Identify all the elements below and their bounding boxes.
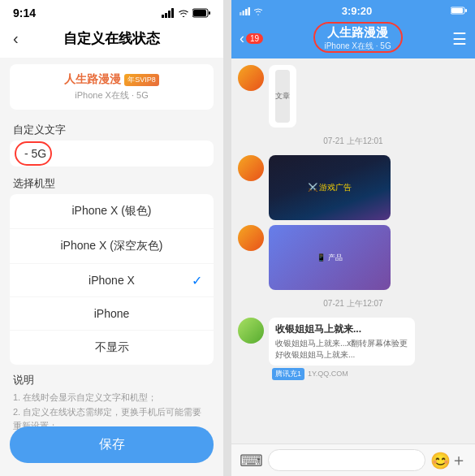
vip-badge: 年SVIP8: [124, 74, 159, 86]
phone-option-5-label: 不显示: [95, 340, 129, 355]
message-input[interactable]: [268, 449, 425, 471]
more-icon[interactable]: ＋: [451, 449, 467, 471]
chat-contact-name: 人生路漫漫: [270, 25, 446, 41]
phone-option-5[interactable]: 不显示: [10, 331, 214, 365]
svg-rect-7: [240, 12, 242, 15]
time-right: 3:9:20: [342, 5, 373, 17]
svg-rect-5: [193, 10, 206, 16]
page-title: 自定义在线状态: [63, 29, 160, 48]
chat-header: ‹ 19 人生路漫漫 iPhone X在线 · 5G ☰: [231, 20, 475, 58]
battery-right: [451, 6, 467, 16]
save-btn-container: 保存: [10, 426, 214, 463]
chat-contact-status: iPhone X在线 · 5G: [270, 41, 446, 52]
phone-list: iPhone X (银色) iPhone X (深空灰色) iPhone X ✓…: [10, 194, 214, 365]
svg-rect-2: [168, 11, 171, 18]
chat-messages[interactable]: 文章 07-21 上午12:01 ⚔️ 游戏广告: [231, 58, 475, 444]
signal-icon: [162, 8, 175, 18]
charge-sub: 1Y.QQ.COM: [308, 370, 348, 378]
phone-option-4-label: iPhone: [94, 307, 130, 320]
user-name: 人生路漫漫: [64, 72, 121, 87]
user-preview: 人生路漫漫 年SVIP8 iPhone X在线 · 5G: [10, 64, 214, 110]
message-row-2: ⚔️ 游戏广告: [238, 155, 469, 220]
user-name-badge: 人生路漫漫 年SVIP8: [64, 72, 159, 87]
svg-rect-6: [209, 11, 210, 15]
bubble-image-1: 文章: [275, 70, 290, 123]
svg-rect-3: [171, 8, 174, 18]
message-row-4: 收银姐姐马上就来... 收银姐姐马上就来...x翻转屏幕体验更好收银姐姐马上就来…: [238, 318, 469, 380]
phone-option-1[interactable]: iPhone X (银色): [10, 194, 214, 228]
svg-rect-1: [165, 13, 167, 18]
phone-option-1-label: iPhone X (银色): [71, 204, 151, 219]
svg-rect-8: [243, 11, 245, 15]
phone-option-4[interactable]: iPhone: [10, 297, 214, 330]
bubble-2-game: ⚔️ 游戏广告: [269, 155, 391, 220]
status-bar-left: 9:14: [0, 0, 223, 23]
check-icon: ✓: [192, 273, 202, 288]
status-bar-right: 3:9:20: [231, 0, 475, 20]
chat-name-area: 人生路漫漫 iPhone X在线 · 5G: [270, 25, 446, 52]
panel-divider: [223, 0, 231, 476]
phone-option-3[interactable]: iPhone X ✓: [10, 264, 214, 296]
time-left: 9:14: [13, 6, 36, 19]
timestamp-2: 07-21 上午12:07: [238, 298, 469, 309]
product-image: 📱 产品: [269, 225, 391, 290]
wifi-icon-right: [253, 7, 263, 15]
save-button[interactable]: 保存: [10, 426, 214, 463]
svg-rect-10: [248, 7, 251, 15]
svg-rect-12: [451, 8, 463, 13]
battery-icon: [192, 8, 210, 18]
user-status-sub: iPhone X在线 · 5G: [75, 89, 149, 102]
svg-rect-9: [245, 9, 248, 15]
bubble-3-product: 📱 产品: [269, 225, 391, 290]
avatar-1: [238, 65, 264, 91]
bottom-bar-right: ⌨ 😊 ＋: [231, 444, 475, 476]
signal-icons: [162, 8, 210, 18]
wifi-icon: [178, 8, 189, 18]
avatar-4: [238, 318, 264, 344]
message-row-1: 文章: [238, 65, 469, 128]
back-count-badge: 19: [246, 33, 263, 44]
timestamp-1: 07-21 上午12:01: [238, 136, 469, 147]
svg-rect-0: [162, 15, 164, 18]
left-panel: 9:14 ‹ 自定义在线状态 人生路漫: [0, 0, 223, 476]
signal-right: [240, 7, 263, 15]
back-arrow-right: ‹: [240, 30, 244, 47]
battery-icon-right: [451, 6, 467, 15]
menu-button-right[interactable]: ☰: [452, 29, 467, 49]
header-left: ‹ 自定义在线状态: [0, 23, 223, 58]
desc-title: 说明: [13, 373, 210, 387]
choose-model-label: 选择机型: [0, 173, 223, 194]
avatar-3: [238, 225, 264, 251]
bubble-1: 文章: [269, 65, 296, 128]
bubble-4-text: 收银姐姐马上就来... 收银姐姐马上就来...x翻转屏幕体验更好收银姐姐马上就来…: [269, 318, 415, 366]
charge-badge: 腾讯充1: [272, 368, 304, 380]
phone-option-2[interactable]: iPhone X (深空灰色): [10, 229, 214, 263]
custom-text-input-container[interactable]: - 5G: [10, 141, 214, 167]
back-button[interactable]: ‹: [13, 29, 19, 48]
msg-preview-body: 收银姐姐马上就来...x翻转屏幕体验更好收银姐姐马上就来...: [275, 338, 408, 361]
message-row-3: 📱 产品: [238, 225, 469, 290]
svg-rect-13: [465, 9, 467, 12]
custom-text-display: - 5G: [21, 147, 46, 160]
charge-badge-row: 腾讯充1 1Y.QQ.COM: [269, 368, 415, 380]
emoji-icon[interactable]: 😊: [430, 451, 451, 470]
keyboard-icon[interactable]: ⌨: [240, 451, 263, 470]
signal-icon-right: [240, 7, 251, 15]
phone-option-2-label: iPhone X (深空灰色): [60, 239, 162, 253]
custom-text-section-label: 自定义文字: [0, 116, 223, 141]
avatar-2: [238, 155, 264, 181]
msg-preview-title: 收银姐姐马上就来...: [275, 322, 408, 336]
bubble-4-container: 收银姐姐马上就来... 收银姐姐马上就来...x翻转屏幕体验更好收银姐姐马上就来…: [269, 318, 415, 380]
back-btn-right[interactable]: ‹ 19: [240, 30, 263, 47]
phone-option-3-label: iPhone X: [89, 274, 135, 287]
game-ad-image: ⚔️ 游戏广告: [269, 155, 391, 220]
right-panel: 3:9:20 ‹ 19 人生路漫漫 iPhone X在线 · 5G ☰: [231, 0, 475, 476]
